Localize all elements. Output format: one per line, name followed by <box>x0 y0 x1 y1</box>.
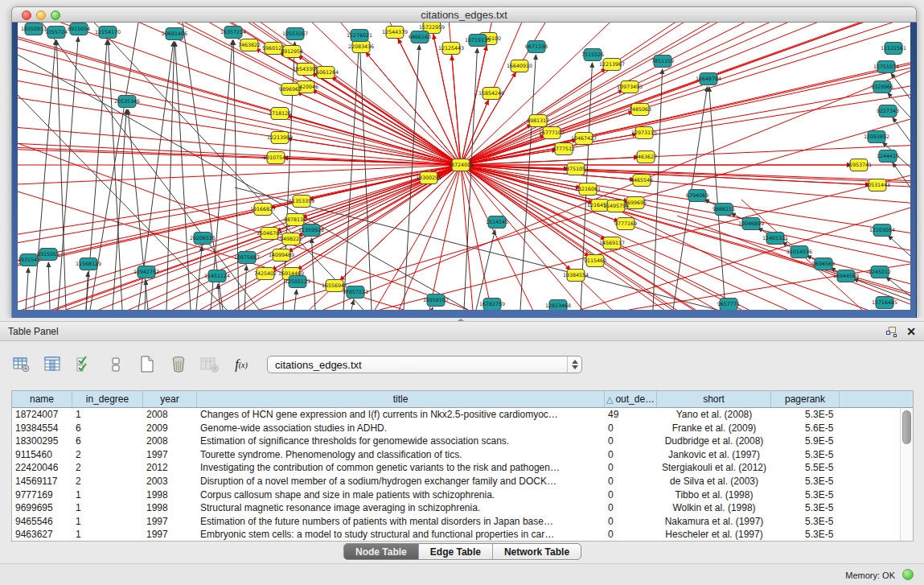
graph-edge[interactable] <box>48 262 50 310</box>
table-cell[interactable]: 0 <box>605 475 657 488</box>
graph-node[interactable]: 10107544 <box>263 152 289 164</box>
column-header-outde[interactable]: △out_de… <box>605 391 657 407</box>
graph-node[interactable]: 9694569 <box>812 258 835 270</box>
graph-edge[interactable] <box>886 277 910 296</box>
tab-node-table[interactable]: Node Table <box>344 544 419 559</box>
table-cell[interactable]: 2003 <box>143 475 197 488</box>
table-row[interactable]: 1938455462009Genome-wide association stu… <box>12 422 900 435</box>
graph-node[interactable]: 6794069 <box>686 190 708 202</box>
table-cell[interactable]: Investigating the contribution of common… <box>197 461 605 475</box>
table-cell[interactable]: 0 <box>605 488 657 502</box>
graph-node[interactable]: 9115460 <box>584 255 606 267</box>
table-cell[interactable]: 0 <box>605 528 657 541</box>
graph-edge[interactable] <box>461 165 870 185</box>
graph-edge[interactable] <box>34 40 55 310</box>
graph-node[interactable]: 10553267 <box>282 28 308 40</box>
graph-node[interactable]: 16357214 <box>220 27 246 39</box>
table-cell[interactable]: Dudbridge et al. (2008) <box>657 435 771 448</box>
select-rows-icon[interactable] <box>74 355 95 374</box>
table-cell[interactable]: Structural magnetic resonance image aver… <box>197 501 605 515</box>
graph-edge[interactable] <box>359 43 372 310</box>
table-cell[interactable]: 1 <box>72 408 143 422</box>
graph-node[interactable]: 10958107 <box>423 295 449 307</box>
graph-node[interactable]: 11568129 <box>76 258 101 270</box>
table-cell[interactable]: 5.3E-5 <box>771 515 840 529</box>
tab-edge-table[interactable]: Edge Table <box>419 544 493 559</box>
table-cell[interactable]: Tourette syndrome. Phenomenology and cla… <box>197 448 605 462</box>
table-cell[interactable]: Hescheler et al. (1997) <box>657 528 771 541</box>
graph-node[interactable]: 9355724 <box>45 27 68 39</box>
table-cell[interactable]: 2 <box>72 461 143 475</box>
table-source-dropdown[interactable]: citations_edges.txt <box>267 356 582 373</box>
graph-edge[interactable] <box>26 268 28 310</box>
graph-edge[interactable] <box>259 119 910 310</box>
graph-node[interactable]: 8777511 <box>552 143 575 155</box>
table-cell[interactable]: 19384554 <box>12 422 72 435</box>
table-cell[interactable]: Corpus callosum shape and size in male p… <box>197 488 605 502</box>
graph-edge[interactable] <box>461 135 545 165</box>
table-cell[interactable]: 1 <box>72 501 143 515</box>
graph-node[interactable]: 18350911 <box>21 23 47 35</box>
table-row[interactable]: 946554611997Estimation of the future num… <box>12 515 900 529</box>
graph-node[interactable]: 12213967 <box>599 59 625 71</box>
table-cell[interactable]: 9465546 <box>12 515 72 529</box>
table-cell[interactable]: 0 <box>605 515 657 529</box>
graph-node[interactable]: 7851159 <box>651 56 674 68</box>
citation-network-graph[interactable]: 1872400774638225960123891295418543396224… <box>18 23 910 310</box>
graph-node[interactable]: 7463822 <box>238 39 261 51</box>
table-cell[interactable]: Tibbo et al. (1998) <box>657 488 771 502</box>
table-cell[interactable]: 9463627 <box>12 528 72 541</box>
graph-node[interactable]: 9657771 <box>717 299 740 311</box>
graph-node[interactable]: 12544379 <box>382 27 408 39</box>
graph-node[interactable]: 19166827 <box>250 204 276 216</box>
graph-node[interactable]: 16782759 <box>479 299 505 311</box>
graph-node[interactable]: 12973115 <box>631 127 657 139</box>
graph-node[interactable]: 9886211 <box>713 204 735 216</box>
graph-node[interactable]: 9315051 <box>37 249 60 261</box>
column-header-short[interactable]: short <box>657 391 771 407</box>
memory-status-dot[interactable] <box>902 569 914 580</box>
graph-node[interactable]: 8878134 <box>284 214 306 226</box>
graph-edge[interactable] <box>340 165 461 281</box>
table-cell[interactable]: Embryonic stem cells: a model to study s… <box>197 528 605 541</box>
graph-node[interactable]: 9227343 <box>877 105 899 117</box>
table-cell[interactable]: 5.5E-5 <box>771 461 840 475</box>
table-cell[interactable]: Changes of HCN gene expression and I(f) … <box>197 408 605 422</box>
graph-edge[interactable] <box>18 143 468 310</box>
graph-node[interactable]: 12942757 <box>133 266 159 278</box>
graph-node[interactable]: 9329966 <box>871 81 893 93</box>
graph-node[interactable]: 15953741 <box>846 159 872 171</box>
graph-edge[interactable] <box>461 90 623 165</box>
table-cell[interactable]: 5.6E-5 <box>771 422 840 435</box>
minimize-window-button[interactable] <box>36 10 46 20</box>
graph-node[interactable]: 9777169 <box>614 218 637 230</box>
table-cell[interactable]: 5.3E-5 <box>771 448 840 462</box>
table-cell[interactable]: Franke et al. (2009) <box>657 422 771 435</box>
graph-node[interactable]: 11451124 <box>204 270 230 282</box>
table-cell[interactable]: 1 <box>72 488 143 502</box>
table-cell[interactable]: 1997 <box>143 448 197 462</box>
graph-node[interactable]: 15716485 <box>872 297 897 309</box>
graph-node[interactable]: 20535346 <box>114 96 140 108</box>
table-row[interactable]: 969969511998Structural magnetic resonanc… <box>12 501 900 515</box>
table-cell[interactable]: 6 <box>72 435 143 448</box>
table-row[interactable]: 946362711997Embryonic stem cells: a mode… <box>12 528 900 541</box>
graph-edge[interactable] <box>452 56 461 165</box>
close-panel-icon[interactable]: ✕ <box>906 324 916 339</box>
table-cell[interactable]: 5.3E-5 <box>771 501 840 515</box>
table-cell[interactable]: 22420046 <box>12 461 72 475</box>
table-row[interactable]: 1872400712008Changes of HCN gene express… <box>12 408 900 422</box>
graph-node[interactable]: 9465546 <box>630 175 653 187</box>
graph-node[interactable]: 10046899 <box>738 218 764 230</box>
graph-node[interactable]: 16640910 <box>507 60 532 72</box>
graph-node[interactable]: 7485063 <box>629 104 651 116</box>
column-header-pagerank[interactable]: pagerank <box>771 391 840 407</box>
tab-network-table[interactable]: Network Table <box>493 544 581 559</box>
graph-node[interactable]: 9245012 <box>869 266 891 278</box>
graph-edge[interactable] <box>18 104 910 241</box>
graph-edge[interactable] <box>94 23 363 310</box>
row-height-icon[interactable] <box>105 355 126 374</box>
table-cell[interactable]: 49 <box>605 408 657 422</box>
table-row[interactable]: 1456911722003Disruption of a novel membe… <box>12 475 900 488</box>
zoom-window-button[interactable] <box>51 10 60 20</box>
